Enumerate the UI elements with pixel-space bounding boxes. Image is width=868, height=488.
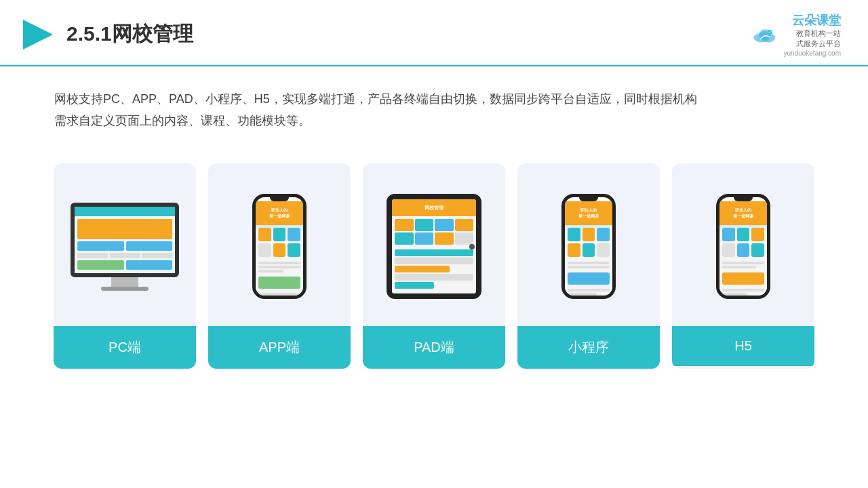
header-left: 2.5.1网校管理 (20, 17, 193, 52)
app-phone-icon: 职达人的第一堂网课 (252, 194, 307, 299)
svg-marker-0 (23, 20, 53, 49)
card-h5: 职达人的第一堂网课 (672, 163, 814, 369)
header-right: 云朵课堂 教育机构一站式服务云平台 yunduoketang.com (752, 12, 841, 57)
pad-tablet-icon: 网校管理 (387, 194, 481, 299)
brand-logo: 云朵课堂 教育机构一站式服务云平台 yunduoketang.com (783, 12, 841, 57)
card-app: 职达人的第一堂网课 (208, 163, 351, 369)
pc-label: PC端 (54, 326, 196, 369)
h5-phone-icon: 职达人的第一堂网课 (716, 194, 770, 299)
brand-tagline: 教育机构一站式服务云平台 (796, 28, 841, 49)
pc-image-area (54, 163, 196, 326)
brand-name: 云朵课堂 (792, 12, 841, 28)
app-image-area: 职达人的第一堂网课 (208, 163, 351, 326)
card-pc: PC端 (54, 163, 196, 369)
header: 2.5.1网校管理 云朵课堂 教育机构一站式服务云平台 yunduoketang… (0, 0, 868, 66)
pad-image-area: 网校管理 (363, 163, 505, 326)
miniapp-phone-icon: 职达人的第一堂网课 (561, 194, 616, 299)
description-line1: 网校支持PC、APP、PAD、小程序、H5，实现多端打通，产品各终端自由切换，数… (54, 88, 814, 110)
description-area: 网校支持PC、APP、PAD、小程序、H5，实现多端打通，产品各终端自由切换，数… (0, 66, 868, 143)
miniapp-image-area: 职达人的第一堂网课 (517, 163, 660, 326)
card-miniapp: 职达人的第一堂网课 (517, 163, 660, 369)
app-label: APP端 (208, 326, 351, 369)
h5-label: H5 (672, 326, 814, 366)
description-line2: 需求自定义页面上的内容、课程、功能模块等。 (54, 110, 814, 131)
pad-label: PAD端 (363, 326, 505, 369)
miniapp-label: 小程序 (517, 326, 660, 369)
card-pad: 网校管理 (363, 163, 505, 369)
page-title: 2.5.1网校管理 (66, 20, 193, 48)
brand-url: yunduoketang.com (783, 49, 841, 57)
h5-image-area: 职达人的第一堂网课 (672, 163, 814, 326)
play-logo-icon (20, 17, 56, 52)
cloud-brand-icon (752, 25, 778, 44)
pc-monitor-icon (71, 203, 179, 291)
device-cards-container: PC端 职达人的第一堂网课 (0, 143, 868, 389)
